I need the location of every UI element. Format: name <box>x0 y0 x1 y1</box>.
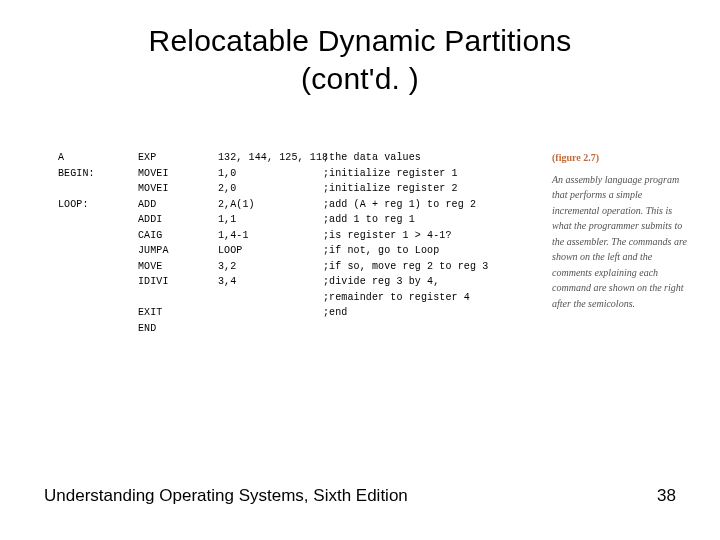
code-args: LOOP <box>218 243 323 259</box>
title-line-1: Relocatable Dynamic Partitions <box>149 24 572 57</box>
code-op: MOVE <box>138 259 218 275</box>
code-comment: ;remainder to register 4 <box>323 290 540 306</box>
code-args: 3,2 <box>218 259 323 275</box>
code-row: EXIT ;end <box>58 305 540 321</box>
title-line-2: (cont'd. ) <box>301 62 419 95</box>
code-label: A <box>58 150 138 166</box>
code-comment: ;add 1 to reg 1 <box>323 212 540 228</box>
content-area: A EXP 132, 144, 125, 118 ;the data value… <box>58 150 690 336</box>
code-row: JUMPA LOOP ;if not, go to Loop <box>58 243 540 259</box>
assembly-code-block: A EXP 132, 144, 125, 118 ;the data value… <box>58 150 540 336</box>
code-op: ADD <box>138 197 218 213</box>
code-label <box>58 212 138 228</box>
figure-caption: An assembly language program that perfor… <box>552 172 690 312</box>
code-row: BEGIN: MOVEI 1,0 ;initialize register 1 <box>58 166 540 182</box>
code-args: 2,A(1) <box>218 197 323 213</box>
code-op: ADDI <box>138 212 218 228</box>
code-label <box>58 290 138 306</box>
figure-caption-area: (figure 2.7) An assembly language progra… <box>540 150 690 336</box>
code-op: END <box>138 321 218 337</box>
code-args <box>218 321 323 337</box>
code-label: BEGIN: <box>58 166 138 182</box>
code-comment <box>323 321 540 337</box>
code-label <box>58 243 138 259</box>
code-comment: ;the data values <box>323 150 540 166</box>
code-label <box>58 305 138 321</box>
code-comment: ;initialize register 2 <box>323 181 540 197</box>
code-label <box>58 259 138 275</box>
code-args: 3,4 <box>218 274 323 290</box>
code-args: 132, 144, 125, 118 <box>218 150 323 166</box>
code-args: 1,1 <box>218 212 323 228</box>
code-row: ADDI 1,1 ;add 1 to reg 1 <box>58 212 540 228</box>
code-row: CAIG 1,4-1 ;is register 1 > 4-1? <box>58 228 540 244</box>
code-op: EXP <box>138 150 218 166</box>
code-comment: ;end <box>323 305 540 321</box>
code-op: CAIG <box>138 228 218 244</box>
code-row: MOVEI 2,0 ;initialize register 2 <box>58 181 540 197</box>
code-args: 2,0 <box>218 181 323 197</box>
code-row: IDIVI 3,4 ;divide reg 3 by 4, <box>58 274 540 290</box>
code-label <box>58 228 138 244</box>
slide: Relocatable Dynamic Partitions (cont'd. … <box>0 0 720 540</box>
code-row: A EXP 132, 144, 125, 118 ;the data value… <box>58 150 540 166</box>
code-comment: ;is register 1 > 4-1? <box>323 228 540 244</box>
code-comment: ;if not, go to Loop <box>323 243 540 259</box>
code-args: 1,0 <box>218 166 323 182</box>
code-args <box>218 290 323 306</box>
figure-label: (figure 2.7) <box>552 150 690 166</box>
footer-page-number: 38 <box>657 486 676 506</box>
slide-footer: Understanding Operating Systems, Sixth E… <box>44 486 676 506</box>
code-row: MOVE 3,2 ;if so, move reg 2 to reg 3 <box>58 259 540 275</box>
code-label <box>58 274 138 290</box>
slide-title: Relocatable Dynamic Partitions (cont'd. … <box>0 0 720 97</box>
code-op: MOVEI <box>138 181 218 197</box>
footer-book-title: Understanding Operating Systems, Sixth E… <box>44 486 408 506</box>
code-row: ;remainder to register 4 <box>58 290 540 306</box>
code-op: IDIVI <box>138 274 218 290</box>
code-label: LOOP: <box>58 197 138 213</box>
code-op <box>138 290 218 306</box>
code-row: END <box>58 321 540 337</box>
code-op: JUMPA <box>138 243 218 259</box>
code-args <box>218 305 323 321</box>
code-row: LOOP: ADD 2,A(1) ;add (A + reg 1) to reg… <box>58 197 540 213</box>
code-comment: ;add (A + reg 1) to reg 2 <box>323 197 540 213</box>
code-label <box>58 181 138 197</box>
code-comment: ;divide reg 3 by 4, <box>323 274 540 290</box>
code-args: 1,4-1 <box>218 228 323 244</box>
code-op: MOVEI <box>138 166 218 182</box>
code-op: EXIT <box>138 305 218 321</box>
code-comment: ;if so, move reg 2 to reg 3 <box>323 259 540 275</box>
code-label <box>58 321 138 337</box>
code-comment: ;initialize register 1 <box>323 166 540 182</box>
